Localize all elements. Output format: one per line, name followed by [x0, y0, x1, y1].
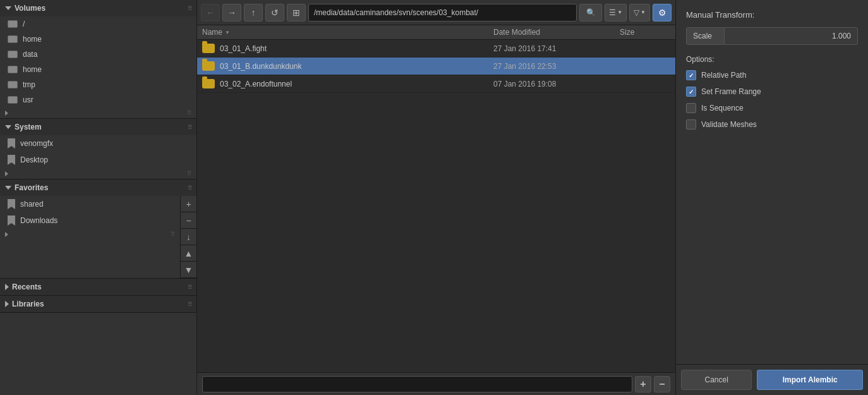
hdd-icon — [8, 96, 18, 104]
right-panel-content: Manual Transform: Scale 1.000 Options: ✓… — [676, 0, 868, 364]
libraries-header[interactable]: Libraries ⠿ — [0, 296, 196, 312]
bottom-minus-button[interactable]: − — [654, 376, 670, 392]
view-mode-icon: ☰ — [609, 8, 616, 17]
folder-icon — [202, 61, 215, 71]
sidebar-item-venomgfx[interactable]: venomgfx — [0, 135, 196, 152]
sidebar-item-root[interactable]: / — [0, 16, 196, 32]
system-expand-triangle[interactable] — [5, 171, 8, 176]
filename-input[interactable] — [202, 376, 632, 392]
system-item-label-1: Desktop — [20, 155, 48, 164]
bookmark-icon — [8, 155, 15, 165]
system-dots: ⠿ — [187, 170, 191, 177]
relative-path-checkbox[interactable]: ✓ — [686, 70, 696, 80]
col-size-label: Size — [620, 28, 634, 37]
recents-header[interactable]: Recents ⠿ — [0, 279, 196, 295]
bookmark-icon — [8, 138, 15, 149]
file-row-1[interactable]: 03_01_B.dunkdunkdunk 27 Jan 2016 22:53 — [197, 58, 675, 75]
right-panel-buttons: Cancel Import Alembic — [676, 364, 868, 395]
file-row-name-0: 03_01_A.fight — [202, 44, 493, 53]
hdd-icon — [8, 66, 18, 73]
favorites-dots: ⠿ — [171, 231, 175, 238]
cancel-button[interactable]: Cancel — [681, 370, 752, 390]
validate-meshes-label: Validate Meshes — [701, 120, 757, 129]
search-button[interactable]: 🔍 — [579, 4, 602, 21]
file-modified-2: 07 Jan 2016 19:08 — [493, 80, 620, 88]
sidebar-item-desktop[interactable]: Desktop — [0, 152, 196, 168]
bookmark-icon — [8, 199, 15, 209]
bottom-bar: + − — [197, 372, 675, 395]
volumes-header[interactable]: Volumes ⠿ — [0, 0, 196, 16]
volumes-expand-row: ⠿ — [0, 107, 196, 118]
system-label: System — [15, 123, 42, 131]
sidebar-item-home1[interactable]: home — [0, 32, 196, 47]
recents-drag-handle: ⠿ — [188, 284, 191, 291]
fav-remove-button[interactable]: − — [181, 212, 196, 229]
system-header[interactable]: System ⠿ — [0, 119, 196, 135]
col-name-label: Name — [202, 28, 222, 37]
sidebar-item-tmp[interactable]: tmp — [0, 77, 196, 92]
sidebar-item-downloads[interactable]: Downloads — [0, 212, 180, 229]
main-content: ← → ↑ ↺ ⊞ 🔍 ☰ ▼ ▽ ▼ — [197, 0, 675, 395]
forward-button[interactable]: → — [222, 4, 241, 21]
checkbox-check-icon: ✓ — [689, 72, 694, 79]
back-button[interactable]: ← — [201, 4, 220, 21]
file-row-2[interactable]: 03_02_A.endoftunnel 07 Jan 2016 19:08 — [197, 75, 675, 93]
fav-add-button[interactable]: + — [181, 196, 196, 212]
import-button[interactable]: Import Alembic — [757, 370, 863, 390]
fav-up-arrow-button[interactable]: ▲ — [181, 245, 196, 262]
set-frame-range-label: Set Frame Range — [701, 87, 761, 96]
sidebar-section-favorites: Favorites ⠿ shared Downloads ⠿ — [0, 179, 196, 279]
file-row-0[interactable]: 03_01_A.fight 27 Jan 2016 17:41 — [197, 40, 675, 58]
checkbox-check-icon: ✓ — [689, 88, 694, 95]
file-list-container: Name ▼ Date Modified Size 03_01_A.fight … — [197, 25, 675, 372]
libraries-expand-icon — [5, 301, 9, 307]
validate-meshes-checkbox[interactable] — [686, 119, 696, 130]
fav-down-arrow-button[interactable]: ▼ — [181, 262, 196, 278]
favorites-drag-handle: ⠿ — [188, 185, 191, 191]
options-title: Options: — [686, 55, 858, 64]
filter-icon: ▽ — [634, 8, 639, 17]
favorites-header[interactable]: Favorites ⠿ — [0, 179, 196, 196]
volumes-dots: ⠿ — [187, 109, 191, 116]
refresh-button[interactable]: ↺ — [265, 4, 284, 21]
up-button[interactable]: ↑ — [244, 4, 263, 21]
view-mode-button[interactable]: ☰ ▼ — [605, 4, 627, 21]
bottom-plus-button[interactable]: + — [635, 376, 651, 392]
hdd-icon — [8, 35, 18, 43]
favorites-expand-row: ⠿ — [0, 229, 180, 240]
favorites-label: Favorites — [15, 183, 48, 192]
set-frame-range-checkbox[interactable]: ✓ — [686, 87, 696, 97]
path-input[interactable] — [308, 4, 577, 21]
folder-icon — [202, 44, 215, 53]
sidebar-section-system: System ⠿ venomgfx Desktop ⠿ — [0, 119, 196, 179]
option-row-3: Validate Meshes — [686, 119, 858, 130]
sidebar-item-data[interactable]: data — [0, 47, 196, 62]
volumes-item-label-4: tmp — [23, 80, 35, 89]
system-items: venomgfx Desktop ⠿ — [0, 135, 196, 179]
volumes-item-label-3: home — [23, 65, 42, 74]
sidebar-item-home2[interactable]: home — [0, 62, 196, 77]
fav-item-label-1: Downloads — [20, 216, 57, 225]
favorites-items: shared Downloads ⠿ — [0, 196, 180, 278]
is-sequence-checkbox[interactable] — [686, 103, 696, 113]
col-name-header: Name ▼ — [202, 28, 493, 37]
volumes-label: Volumes — [15, 4, 45, 13]
filter-button[interactable]: ▽ ▼ — [629, 4, 650, 21]
file-modified-0: 27 Jan 2016 17:41 — [493, 44, 620, 53]
sidebar-item-shared[interactable]: shared — [0, 196, 180, 212]
system-collapse-icon — [5, 125, 11, 129]
new-folder-button[interactable]: ⊞ — [287, 4, 306, 21]
right-panel: Manual Transform: Scale 1.000 Options: ✓… — [675, 0, 868, 395]
manual-transform-title: Manual Transform: — [686, 10, 858, 20]
libraries-label: Libraries — [12, 300, 44, 308]
settings-button[interactable]: ⚙ — [653, 4, 672, 21]
fav-down-button[interactable]: ↓ — [181, 229, 196, 245]
volumes-expand-triangle[interactable] — [5, 111, 8, 116]
view-mode-dropdown-icon: ▼ — [617, 9, 622, 15]
sidebar: Volumes ⠿ / home data — [0, 0, 197, 395]
favorites-expand-triangle[interactable] — [5, 232, 8, 237]
volumes-item-label-1: home — [23, 35, 42, 44]
sidebar-item-usr[interactable]: usr — [0, 92, 196, 107]
libraries-drag-handle: ⠿ — [188, 301, 191, 308]
favorites-body: shared Downloads ⠿ + − ↓ ▲ — [0, 196, 196, 278]
